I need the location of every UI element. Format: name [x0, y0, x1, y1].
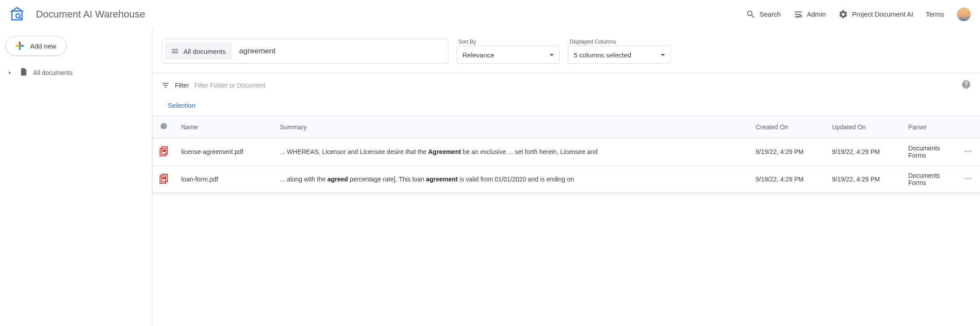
row-parser: Documents Forms — [902, 166, 956, 193]
nav-terms[interactable]: Terms — [926, 10, 944, 18]
row-created: 9/19/22, 4:29 PM — [749, 166, 826, 193]
tab-selection[interactable]: Selection — [168, 101, 196, 109]
row-summary: ... along with the agreed percentage rat… — [274, 166, 749, 193]
plus-icon — [16, 42, 24, 50]
documents-table: Name Summary Created On Updated On Parse… — [152, 115, 980, 193]
select-all-icon — [161, 123, 167, 129]
svg-rect-12 — [162, 177, 166, 179]
user-avatar[interactable] — [957, 7, 971, 22]
help-icon[interactable] — [961, 79, 971, 91]
svg-point-7 — [965, 150, 966, 152]
col-parser[interactable]: Parser — [902, 116, 956, 138]
col-created[interactable]: Created On — [749, 116, 826, 138]
tabs: Selection — [152, 97, 980, 115]
gear-icon — [838, 9, 848, 19]
svg-marker-1 — [12, 8, 22, 11]
columns-label: Displayed Columns — [570, 39, 671, 45]
sidebar-all-docs-label: All documents — [33, 69, 73, 76]
col-name[interactable]: Name — [175, 116, 274, 138]
main-content: All documents Sort By Relevance Displaye… — [152, 29, 980, 326]
chevron-right-icon — [6, 70, 13, 75]
filter-icon — [161, 81, 170, 89]
svg-point-8 — [967, 150, 968, 152]
search-input[interactable] — [236, 44, 445, 58]
row-type-icon — [152, 138, 175, 166]
app-title: Document AI Warehouse — [36, 9, 145, 20]
nav-terms-label: Terms — [926, 10, 944, 18]
row-parser: Documents Forms — [902, 138, 956, 166]
filter-placeholder[interactable]: Filter Folder or Document — [194, 82, 266, 89]
sort-by-dropdown[interactable]: Relevance — [457, 46, 560, 64]
svg-line-3 — [19, 17, 22, 19]
columns-dropdown[interactable]: 5 columns selected — [568, 46, 671, 64]
table-row[interactable]: loan-form.pdf... along with the agreed p… — [152, 166, 980, 193]
add-new-button[interactable]: Add new — [5, 36, 66, 56]
row-menu-button[interactable] — [956, 166, 980, 193]
tune-icon — [793, 9, 803, 19]
columns-value: 5 columns selected — [574, 51, 631, 59]
search-icon — [746, 9, 756, 19]
svg-point-9 — [970, 150, 971, 152]
col-updated[interactable]: Updated On — [826, 116, 902, 138]
pdf-icon — [159, 146, 169, 156]
filter-label: Filter — [175, 82, 189, 89]
svg-point-13 — [965, 178, 966, 179]
scope-label: All documents — [183, 48, 226, 55]
nav-project-label: Project Document AI — [852, 10, 913, 18]
document-icon — [19, 67, 28, 78]
svg-point-15 — [970, 178, 971, 179]
col-select[interactable] — [152, 116, 175, 138]
sort-by-value: Relevance — [462, 51, 494, 59]
filter-bar: Filter Filter Folder or Document — [152, 73, 980, 97]
sidebar: Add new All documents — [0, 29, 152, 326]
row-created: 9/19/22, 4:29 PM — [749, 138, 826, 166]
sort-by-label: Sort By — [458, 39, 560, 45]
chevron-down-icon — [549, 54, 554, 56]
pdf-icon — [159, 174, 169, 184]
row-updated: 9/19/22, 4:29 PM — [826, 138, 902, 166]
row-summary: ... WHEREAS, Licensor and Licensee desir… — [274, 138, 749, 166]
top-bar: Document AI Warehouse Search Admin Proje… — [0, 0, 980, 29]
nav-search-label: Search — [759, 10, 781, 18]
sidebar-item-all-documents[interactable]: All documents — [4, 64, 148, 81]
row-name: license-agreement.pdf — [175, 138, 274, 166]
svg-rect-6 — [162, 150, 166, 152]
nav-search[interactable]: Search — [746, 9, 781, 19]
row-menu-button[interactable] — [956, 138, 980, 166]
row-type-icon — [152, 166, 175, 193]
nav-admin[interactable]: Admin — [793, 9, 826, 19]
list-icon — [171, 47, 179, 55]
table-row[interactable]: license-agreement.pdf... WHEREAS, Licens… — [152, 138, 980, 166]
nav-admin-label: Admin — [807, 10, 826, 18]
col-summary[interactable]: Summary — [274, 116, 749, 138]
svg-rect-4 — [160, 148, 166, 156]
svg-point-14 — [967, 178, 968, 179]
row-updated: 9/19/22, 4:29 PM — [826, 166, 902, 193]
nav-project[interactable]: Project Document AI — [838, 9, 913, 19]
search-bar: All documents — [161, 39, 449, 64]
app-logo-icon — [9, 5, 27, 23]
chevron-down-icon — [661, 54, 665, 56]
row-name: loan-form.pdf — [175, 166, 274, 193]
search-scope-chip[interactable]: All documents — [165, 43, 232, 60]
add-new-label: Add new — [30, 42, 56, 50]
svg-rect-10 — [160, 176, 166, 183]
